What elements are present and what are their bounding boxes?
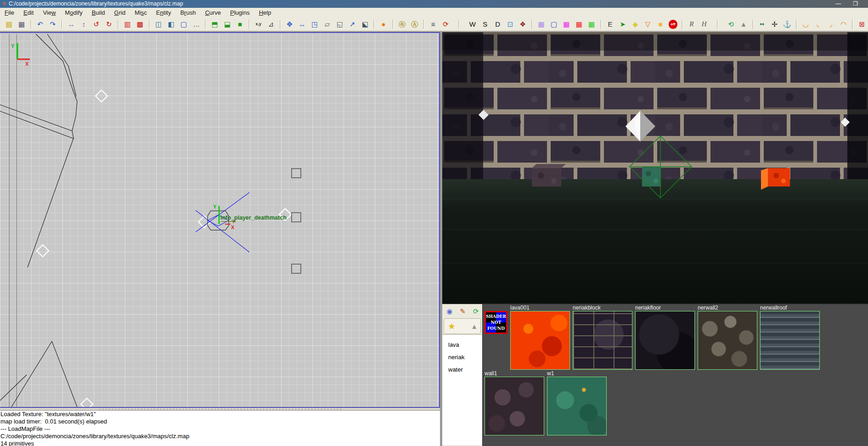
refresh-models-button[interactable]: ⟳ <box>440 19 451 30</box>
menu-plugins[interactable]: Plugins <box>225 8 254 18</box>
menu-view[interactable]: View <box>38 8 60 18</box>
cubic-clip-button[interactable]: ⊡ <box>504 19 516 30</box>
favorites-star-icon[interactable]: ★ <box>448 321 456 332</box>
cylinder-button[interactable]: ● <box>378 19 389 30</box>
h-mode-button[interactable]: H <box>699 19 710 30</box>
viewport-3d-camera[interactable] <box>442 32 868 303</box>
entity-diamond-marker[interactable] <box>96 90 107 102</box>
brush-edge[interactable] <box>52 341 77 407</box>
brush-edge[interactable] <box>47 34 68 66</box>
change-views-xy-button[interactable]: x,y <box>253 19 264 30</box>
select-complete-tall-button[interactable]: ▥ <box>122 19 133 30</box>
skew-mode-button[interactable]: ▱ <box>321 19 333 30</box>
off-toggle-button[interactable]: off <box>669 20 678 29</box>
menu-misc[interactable]: Misc <box>130 8 152 18</box>
solid-mode-button[interactable]: S <box>479 19 490 30</box>
redo-button[interactable]: ↷ <box>47 19 58 30</box>
menu-modify[interactable]: Modify <box>60 8 87 18</box>
wireframe-mode-button[interactable]: W <box>467 19 478 30</box>
texture-lock-rotate-button[interactable]: Ⓐ <box>409 19 420 30</box>
brush-edge[interactable] <box>11 341 52 407</box>
patch-bevel-button[interactable]: ◟ <box>812 19 824 30</box>
solid-brush-button[interactable]: ■ <box>234 19 246 30</box>
drag-edges-button[interactable]: ⬕ <box>359 19 371 30</box>
patch-endcap-button[interactable]: ◡ <box>800 19 812 30</box>
entity-diamond-marker[interactable] <box>81 398 93 407</box>
brush-lava-cube[interactable] <box>761 168 790 190</box>
texture-lock-button[interactable]: ⓐ <box>396 19 408 30</box>
edit-shader-icon[interactable]: ✎ <box>457 306 468 316</box>
menu-edit[interactable]: Edit <box>19 8 38 18</box>
free-scale-button[interactable]: ↔ <box>296 19 308 30</box>
texture-tile-nerwallroof[interactable]: nerwallroof <box>760 305 820 370</box>
texture-tile-lava001[interactable]: lava001 <box>510 305 570 370</box>
brush-edge[interactable] <box>36 34 63 61</box>
camera-angle-button[interactable]: ⊿ <box>265 19 276 30</box>
brush-edge[interactable] <box>72 116 76 131</box>
menu-curve[interactable]: Curve <box>200 8 225 18</box>
rotate-cw-button[interactable]: ↻ <box>103 19 115 30</box>
flip-x-button[interactable]: ↔ <box>65 19 77 30</box>
selected-brush-w1-cube[interactable] <box>642 167 661 186</box>
textured-mode-button[interactable]: D <box>492 19 503 30</box>
menu-brush[interactable]: Brush <box>175 8 200 18</box>
texture-tile-neriakblock[interactable]: neriakblock <box>573 305 632 370</box>
anchor-model-button[interactable]: ⚓ <box>781 19 793 30</box>
texture-tile-shader-not-found[interactable]: SHADERNOTFOUND <box>485 305 507 334</box>
texture-folder-water[interactable]: water <box>442 363 482 376</box>
texture-tile-wall1[interactable]: wall1 <box>485 371 544 435</box>
stipple-button[interactable]: ❖ <box>517 19 529 30</box>
entity-diamond-marker[interactable] <box>198 216 210 228</box>
refresh-textures-icon[interactable]: ⟳ <box>470 306 481 316</box>
caulk-brush-button[interactable]: ▦ <box>535 19 547 30</box>
lamp-entity-button[interactable]: ■ <box>654 19 666 30</box>
entity-list-button[interactable]: ≡ <box>427 19 439 30</box>
foliage-button[interactable]: ➤ <box>617 19 628 30</box>
clipper-button[interactable]: ◱ <box>334 19 345 30</box>
menu-file[interactable]: File <box>0 8 19 18</box>
light-entity-button[interactable]: ◆ <box>630 19 641 30</box>
brush-edge[interactable] <box>72 131 73 138</box>
brick-wall[interactable] <box>442 32 868 179</box>
console-log[interactable]: Loaded Texture: "textures/water/w1"map l… <box>0 410 440 446</box>
more-views-button[interactable]: … <box>191 19 202 30</box>
fire-entity-button[interactable]: ▽ <box>642 19 654 30</box>
show-shaders-icon[interactable]: ◉ <box>444 306 455 316</box>
brush-edge[interactable] <box>28 138 73 267</box>
patch-cone-button[interactable]: ◞ <box>825 19 836 30</box>
entity-diamond-marker[interactable] <box>37 245 49 257</box>
rotate-ccw-button[interactable]: ↺ <box>90 19 102 30</box>
menu-entity[interactable]: Entity <box>152 8 176 18</box>
brush-edge[interactable] <box>0 111 74 139</box>
texture-view-button[interactable]: ▢ <box>178 19 189 30</box>
open-button[interactable]: ▨ <box>3 19 15 30</box>
hide-selected-button[interactable]: ⊠ <box>856 19 868 30</box>
brush-edge[interactable] <box>76 102 77 116</box>
clip-brush-button[interactable]: ▦ <box>573 19 585 30</box>
refresh-world-button[interactable]: ⟲ <box>725 19 737 30</box>
dark-floor[interactable] <box>442 179 868 303</box>
patch-cylinder-button[interactable]: ◠ <box>838 19 849 30</box>
menu-help[interactable]: Help <box>254 8 276 18</box>
texture-folder-lava[interactable]: lava <box>442 339 482 351</box>
split-view-button[interactable]: ◧ <box>165 19 177 30</box>
brush-edge[interactable] <box>0 105 72 131</box>
menu-grid[interactable]: Grid <box>110 8 130 18</box>
texture-folder-neriak[interactable]: neriak <box>442 351 482 363</box>
trigger-brush-button[interactable]: ▦ <box>586 19 597 30</box>
save-button[interactable]: ▦ <box>16 19 27 30</box>
select-touching-button[interactable]: ▩ <box>134 19 146 30</box>
undo-button[interactable]: ↶ <box>34 19 46 30</box>
scale-arrow-button[interactable]: ↗ <box>347 19 358 30</box>
entity-square-marker[interactable] <box>292 169 301 178</box>
restore-button[interactable]: ❐ <box>853 0 858 8</box>
trees-model-button[interactable]: ♠♠ <box>756 19 768 30</box>
texture-tile-w1[interactable]: w1 <box>547 371 607 435</box>
cone-icon[interactable]: ▲ <box>471 322 477 330</box>
entity-square-marker[interactable] <box>292 213 301 222</box>
entity-square-marker[interactable] <box>292 264 301 273</box>
edit-entity-button[interactable]: E <box>604 19 616 30</box>
texture-tile-neriakfloor[interactable]: neriakfloor <box>635 305 695 370</box>
brush-edge[interactable] <box>0 375 27 401</box>
hollow-brush-2-button[interactable]: ⬓ <box>221 19 233 30</box>
